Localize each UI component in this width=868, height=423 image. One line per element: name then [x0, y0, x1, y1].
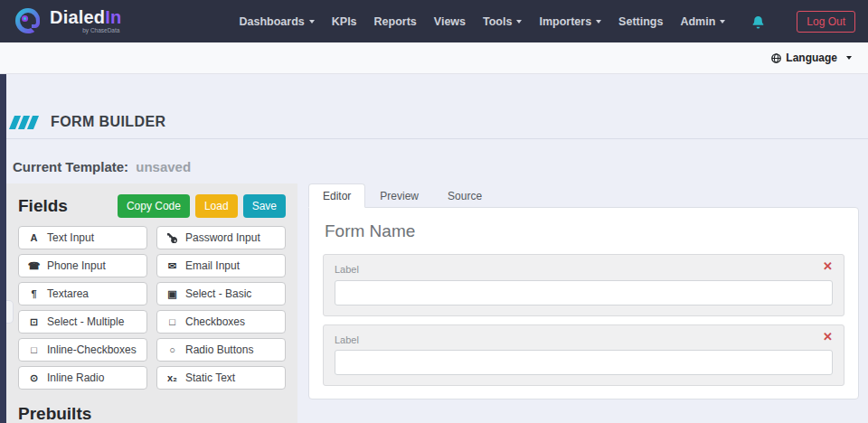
log-out-button[interactable]: Log Out [797, 11, 855, 33]
caret-down-icon [720, 20, 725, 24]
brand-tagline: by ChaseData [82, 28, 121, 34]
nav-menu: Dashboards KPIs Reports Views Tools Impo… [240, 11, 855, 33]
field-password-input[interactable]: Password Input [156, 226, 286, 249]
top-navbar: DialedIn by ChaseData Dashboards KPIs Re… [0, 0, 868, 42]
checkbox-icon: □ [166, 316, 178, 327]
tab-source[interactable]: Source [433, 183, 496, 208]
fields-panel-title: Fields [18, 196, 68, 216]
caret-down-icon [516, 20, 522, 24]
field-radio-buttons[interactable]: ○ Radio Buttons [156, 338, 286, 362]
envelope-icon: ✉ [166, 260, 178, 272]
editor-area: Editor Preview Source Form Name ✕ ✕ [308, 183, 859, 400]
current-template-label: Current Template: [13, 159, 128, 174]
header-divider [0, 138, 868, 139]
field-inline-radio[interactable]: ⊙ Inline Radio [18, 366, 147, 390]
caret-square-icon: ▣ [166, 288, 178, 300]
field-label: Checkboxes [185, 315, 245, 328]
main-content: FORM BUILDER Current Template: unsaved F… [0, 74, 868, 423]
caret-down-icon [846, 56, 852, 60]
field-label: Radio Buttons [185, 343, 253, 356]
nav-item-tools[interactable]: Tools [483, 15, 522, 28]
caret-down-icon [596, 20, 601, 24]
field-label: Textarea [47, 287, 89, 300]
page-title: FORM BUILDER [51, 114, 165, 130]
field-inline-checkboxes[interactable]: □ Inline-Checkboxes [18, 338, 147, 362]
nav-item-kpis[interactable]: KPIs [332, 15, 357, 28]
field-text-input[interactable]: A Text Input [18, 226, 147, 249]
field-label: Inline-Checkboxes [47, 343, 137, 356]
font-icon: A [28, 232, 40, 243]
field-type-list: A Text Input Password Input ☎ Phone Inpu… [18, 226, 286, 390]
field-value-input[interactable] [335, 280, 833, 306]
dialedin-logo-icon [13, 6, 43, 37]
phone-icon: ☎ [28, 260, 40, 272]
save-button[interactable]: Save [243, 194, 286, 218]
radio-dot-icon: ⊙ [28, 372, 40, 384]
field-textarea[interactable]: ¶ Textarea [18, 282, 147, 306]
brand-name: DialedIn [50, 8, 121, 26]
language-dropdown[interactable]: Language [771, 52, 852, 64]
field-checkboxes[interactable]: □ Checkboxes [156, 310, 286, 334]
nav-item-dashboards[interactable]: Dashboards [240, 15, 315, 28]
checkbox-icon: □ [28, 344, 40, 355]
field-select-basic[interactable]: ▣ Select - Basic [156, 282, 286, 306]
field-label: Password Input [185, 231, 260, 244]
current-template-value: unsaved [136, 159, 191, 174]
nav-item-views[interactable]: Views [434, 15, 466, 28]
subscript-icon: x₂ [166, 372, 178, 383]
nav-item-importers[interactable]: Importers [539, 15, 601, 28]
editor-tab-panel: Form Name ✕ ✕ [308, 207, 859, 400]
remove-field-button[interactable]: ✕ [821, 329, 835, 344]
paragraph-icon: ¶ [28, 288, 40, 299]
tab-preview[interactable]: Preview [365, 183, 433, 208]
field-email-input[interactable]: ✉ Email Input [156, 254, 286, 277]
field-label: Phone Input [47, 259, 106, 272]
field-label: Email Input [185, 259, 240, 272]
field-label-input[interactable] [335, 332, 634, 347]
field-label: Text Input [47, 231, 94, 244]
fields-panel: Fields Copy Code Load Save A Text Input [6, 183, 297, 423]
field-label: Static Text [185, 371, 235, 384]
page-header: FORM BUILDER [0, 74, 868, 130]
field-label-input[interactable] [335, 262, 634, 277]
brand-logo[interactable]: DialedIn by ChaseData [13, 6, 121, 37]
field-value-input[interactable] [335, 350, 833, 375]
copy-code-button[interactable]: Copy Code [118, 194, 190, 218]
field-label: Select - Basic [185, 287, 251, 300]
key-icon [166, 233, 178, 243]
field-select-multiple[interactable]: ⊡ Select - Multiple [18, 310, 147, 334]
notifications-bell-icon[interactable] [751, 14, 765, 29]
sidebar-expand-handle[interactable] [6, 300, 14, 324]
prebuilts-section-title: Prebuilts [18, 404, 286, 423]
collapsed-sidebar [0, 74, 6, 423]
radio-icon: ○ [166, 344, 178, 355]
load-button[interactable]: Load [195, 194, 238, 218]
triple-slash-icon [12, 116, 39, 129]
globe-icon [771, 53, 781, 63]
current-template-line: Current Template: unsaved [0, 159, 868, 174]
field-phone-input[interactable]: ☎ Phone Input [18, 254, 147, 277]
remove-field-button[interactable]: ✕ [821, 258, 835, 274]
square-dot-icon: ⊡ [28, 316, 40, 328]
nav-item-admin[interactable]: Admin [680, 15, 725, 28]
form-field-card: ✕ [323, 254, 844, 316]
nav-item-reports[interactable]: Reports [374, 15, 417, 28]
field-label: Inline Radio [47, 371, 104, 384]
form-name-heading: Form Name [325, 221, 844, 241]
field-label: Select - Multiple [47, 315, 124, 328]
nav-item-settings[interactable]: Settings [618, 15, 663, 28]
field-static-text[interactable]: x₂ Static Text [156, 366, 286, 390]
caret-down-icon [309, 20, 315, 24]
language-bar: Language [0, 42, 868, 74]
fields-actions: Copy Code Load Save [118, 194, 286, 218]
form-field-card: ✕ [323, 324, 844, 387]
tab-editor[interactable]: Editor [308, 183, 365, 208]
editor-tabs: Editor Preview Source [308, 183, 859, 208]
